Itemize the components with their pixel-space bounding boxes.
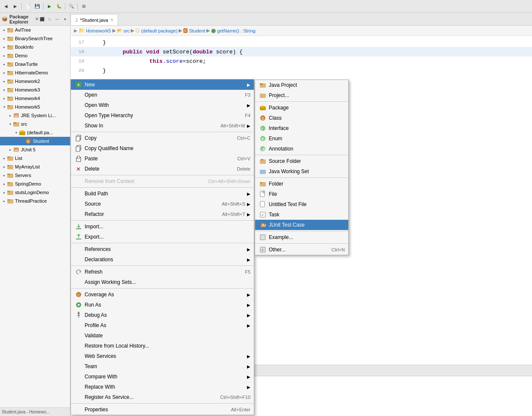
menu-item-build-path[interactable]: Build Path ▶ <box>71 189 254 199</box>
menu-item-import-label: Import... <box>85 224 250 230</box>
menu-item-profile-as[interactable]: Profile As ▶ <box>71 320 254 330</box>
replace-with-icon <box>74 383 83 391</box>
svg-rect-72 <box>261 159 263 160</box>
submenu-item-class[interactable]: C Class <box>255 113 348 123</box>
compare-with-icon <box>74 372 83 381</box>
menu-sep-7 <box>71 288 254 289</box>
menu-item-paste[interactable]: Paste Ctrl+V <box>71 153 254 164</box>
menu-item-compare-with[interactable]: Compare With ▶ <box>71 372 254 382</box>
new-icon: + <box>74 80 83 89</box>
menu-item-open-with[interactable]: Open With ▶ <box>71 100 254 110</box>
svg-text:+: + <box>77 83 80 87</box>
menu-item-open-type-hierarchy[interactable]: Open Type Hierarchy F4 <box>71 110 254 121</box>
menu-item-references[interactable]: References ▶ <box>71 244 254 254</box>
menu-item-refactor-label: Refactor <box>85 211 214 217</box>
menu-item-run-as-arrow: ▶ <box>247 303 250 307</box>
menu-item-validate[interactable]: Validate <box>71 330 254 341</box>
submenu-item-task-label: Task <box>269 212 345 218</box>
menu-item-build-path-arrow: ▶ <box>247 192 250 196</box>
submenu-item-java-working-set[interactable]: Java Working Set <box>255 166 348 177</box>
svg-text:C: C <box>262 116 265 121</box>
refactor-icon <box>74 210 83 218</box>
submenu-item-task[interactable]: ✓ Task <box>255 209 348 220</box>
menu-item-properties[interactable]: Properties Alt+Enter <box>71 404 254 415</box>
menu-item-copy[interactable]: Copy Ctrl+C <box>71 133 254 143</box>
submenu-item-file[interactable]: File <box>255 189 348 199</box>
package-submenu-icon <box>259 103 267 112</box>
menu-item-source[interactable]: Source Alt+Shift+S ▶ <box>71 199 254 209</box>
submenu-item-package[interactable]: Package <box>255 103 348 113</box>
menu-item-open-type-hierarchy-shortcut: F4 <box>245 113 250 118</box>
menu-item-copy-qualified[interactable]: Copy Qualified Name <box>71 143 254 153</box>
menu-item-assign-working-sets[interactable]: Assign Working Sets... <box>71 277 254 287</box>
menu-sep-3 <box>71 187 254 188</box>
menu-item-coverage-as[interactable]: C Coverage As ▶ <box>71 289 254 300</box>
submenu-item-project[interactable]: Project... <box>255 90 348 100</box>
svg-rect-77 <box>260 201 265 207</box>
menu-item-team[interactable]: Team ▶ <box>71 361 254 372</box>
submenu-item-source-folder[interactable]: Source Folder <box>255 156 348 166</box>
open-with-icon <box>74 101 83 109</box>
refresh-icon <box>74 268 83 276</box>
menu-item-show-in-arrow: ▶ <box>247 124 250 128</box>
menu-item-run-as[interactable]: Run As ▶ <box>71 300 254 310</box>
submenu-item-junit-test-case[interactable]: JU JUnit Test Case <box>255 220 348 230</box>
enum-icon: E <box>259 134 267 143</box>
java-working-set-icon <box>259 167 267 176</box>
menu-item-refactor[interactable]: Refactor Alt+Shift+T ▶ <box>71 209 254 219</box>
submenu-item-java-working-set-label: Java Working Set <box>269 168 345 174</box>
submenu-sep-3 <box>255 177 348 178</box>
submenu-item-annotation[interactable]: @ Annotation <box>255 144 348 154</box>
menu-item-debug-as[interactable]: Debug As ▶ <box>71 310 254 320</box>
menu-item-register-as-service[interactable]: Register As Service... Ctrl+Shift+F10 <box>71 392 254 402</box>
context-menu-overlay[interactable]: + New ▶ Open F3 Open With ▶ Open Type Hi… <box>0 0 532 416</box>
menu-item-show-in[interactable]: Show In Alt+Shift+W ▶ <box>71 121 254 131</box>
svg-point-65 <box>260 126 265 131</box>
submenu-item-example[interactable]: Example... <box>255 232 348 242</box>
menu-item-open-with-label: Open With <box>85 102 245 108</box>
menu-sep-8 <box>71 403 254 404</box>
menu-item-open-label: Open <box>85 92 236 98</box>
submenu-item-package-label: Package <box>269 105 345 111</box>
menu-item-export[interactable]: Export... <box>71 232 254 242</box>
submenu-item-class-label: Class <box>269 115 345 121</box>
submenu-sep-1 <box>255 101 348 102</box>
source-folder-icon <box>259 157 267 165</box>
menu-item-declarations-label: Declarations <box>85 257 245 263</box>
menu-item-import[interactable]: Import... <box>71 221 254 232</box>
menu-item-register-as-service-shortcut: Ctrl+Shift+F10 <box>220 395 250 400</box>
menu-item-restore-local-history[interactable]: Restore from Local History... <box>71 341 254 351</box>
submenu-item-enum[interactable]: E Enum <box>255 133 348 144</box>
menu-item-web-services-arrow: ▶ <box>247 354 250 359</box>
submenu-item-untitled-text-file[interactable]: Untitled Text File <box>255 199 348 209</box>
submenu-item-java-project[interactable]: Java Project <box>255 80 348 90</box>
svg-text:I: I <box>262 127 263 131</box>
open-type-hierarchy-icon <box>74 111 83 120</box>
submenu-item-interface[interactable]: I Interface <box>255 123 348 133</box>
menu-item-copy-shortcut: Ctrl+C <box>237 136 250 141</box>
menu-item-debug-as-label: Debug As <box>85 312 245 318</box>
svg-text:✕: ✕ <box>76 166 81 172</box>
submenu-item-interface-label: Interface <box>269 125 345 131</box>
menu-item-refresh[interactable]: Refresh F5 <box>71 267 254 277</box>
menu-item-remove-context[interactable]: Remove from Context Ctrl+Alt+Shift+Down <box>71 176 254 186</box>
menu-item-remove-context-shortcut: Ctrl+Alt+Shift+Down <box>208 179 250 184</box>
menu-item-new-label: New <box>85 82 245 88</box>
submenu-item-file-label: File <box>269 191 345 197</box>
menu-item-declarations[interactable]: Declarations ▶ <box>71 254 254 265</box>
menu-item-new[interactable]: + New ▶ <box>71 80 254 90</box>
menu-item-replace-with[interactable]: Replace With ▶ <box>71 382 254 392</box>
submenu-item-other[interactable]: + Other... Ctrl+N <box>255 245 348 255</box>
menu-item-open[interactable]: Open F3 <box>71 90 254 100</box>
menu-item-show-in-label: Show In <box>85 123 212 129</box>
menu-item-compare-with-arrow: ▶ <box>247 375 250 379</box>
copy-qualified-icon <box>74 144 83 153</box>
submenu-item-folder[interactable]: Folder <box>255 179 348 189</box>
submenu-item-folder-label: Folder <box>269 181 345 187</box>
submenu-item-enum-label: Enum <box>269 136 345 142</box>
svg-rect-75 <box>260 182 262 183</box>
menu-item-delete[interactable]: ✕ Delete Delete <box>71 164 254 174</box>
menu-item-declarations-arrow: ▶ <box>247 257 250 262</box>
menu-item-web-services[interactable]: Web Services ▶ <box>71 351 254 361</box>
references-icon <box>74 245 83 254</box>
